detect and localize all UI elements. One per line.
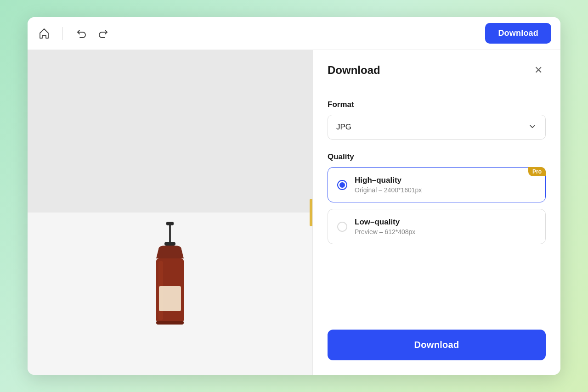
low-quality-option[interactable]: Low–quality Preview – 612*408px [328, 209, 546, 244]
panel-title: Download [328, 64, 380, 77]
bottle-illustration [133, 222, 207, 332]
toolbar-left [37, 26, 111, 41]
quality-section: Quality High–quality Original – 2400*160… [328, 152, 546, 251]
chevron-down-icon [528, 122, 537, 133]
toolbar: Download [28, 17, 560, 50]
main-content: Download ✕ Format JPG [28, 50, 560, 375]
low-quality-text: Low–quality Preview – 612*408px [355, 218, 536, 235]
panel-footer: Download [313, 330, 560, 375]
quality-label: Quality [328, 152, 546, 162]
redo-icon[interactable] [96, 26, 111, 41]
undo-icon[interactable] [74, 26, 89, 41]
low-quality-radio [337, 222, 347, 232]
panel-body: Format JPG Quality [313, 87, 560, 330]
canvas-bottom-area [28, 213, 312, 375]
scroll-hint [310, 199, 312, 226]
svg-rect-2 [164, 242, 175, 246]
download-panel-button[interactable]: Download [328, 330, 546, 360]
high-quality-desc: Original – 2400*1601px [355, 186, 536, 194]
download-header-button[interactable]: Download [485, 23, 551, 44]
canvas-area [28, 50, 312, 375]
close-button[interactable]: ✕ [531, 63, 546, 78]
format-section: Format JPG [328, 100, 546, 140]
radio-selected-indicator [339, 182, 345, 188]
high-quality-option[interactable]: High–quality Original – 2400*1601px Pro [328, 167, 546, 202]
low-quality-name: Low–quality [355, 218, 536, 227]
format-value: JPG [336, 123, 351, 132]
format-dropdown[interactable]: JPG [328, 115, 546, 140]
panel-header: Download ✕ [313, 50, 560, 87]
high-quality-radio [337, 180, 347, 190]
toolbar-divider [62, 27, 63, 40]
high-quality-name: High–quality [355, 176, 536, 185]
svg-rect-1 [169, 225, 171, 244]
low-quality-desc: Preview – 612*408px [355, 228, 536, 235]
app-window: Download [28, 17, 560, 375]
high-quality-text: High–quality Original – 2400*1601px [355, 176, 536, 194]
pro-badge: Pro [528, 167, 546, 176]
svg-rect-6 [156, 321, 184, 325]
download-panel: Download ✕ Format JPG [312, 50, 560, 375]
home-icon[interactable] [37, 26, 51, 41]
format-label: Format [328, 100, 546, 109]
svg-rect-5 [159, 286, 181, 311]
svg-rect-0 [166, 222, 174, 225]
canvas-top-area [28, 50, 312, 213]
